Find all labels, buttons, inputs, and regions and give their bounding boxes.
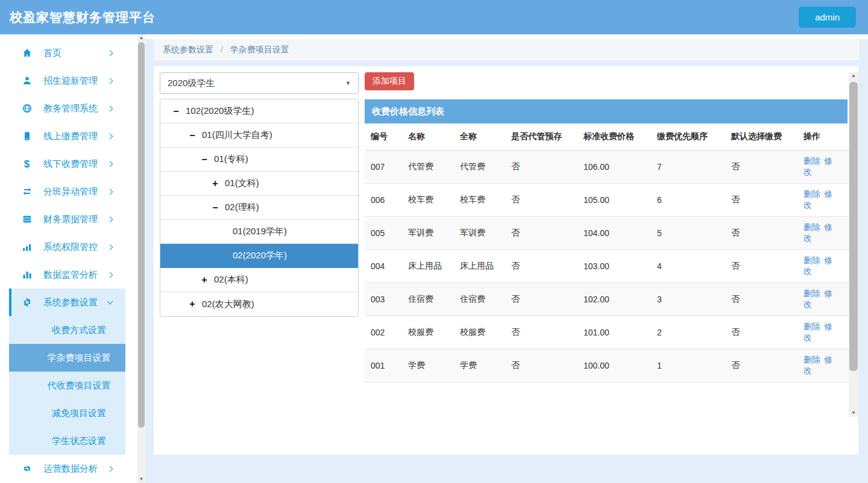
table-cell: 106.00 bbox=[577, 151, 651, 184]
admin-user-button[interactable]: admin bbox=[799, 7, 856, 28]
collapse-minus-icon[interactable]: − bbox=[171, 107, 181, 116]
tree-node-01(2019学年)[interactable]: 01(2019学年) bbox=[160, 220, 358, 244]
table-cell: 否 bbox=[725, 283, 797, 316]
table-cell: 学费 bbox=[402, 349, 454, 382]
sidebar-scrollbar[interactable]: ▲ ▼ bbox=[137, 34, 145, 483]
table-cell: 否 bbox=[505, 217, 577, 250]
table-cell: 校车费 bbox=[402, 184, 454, 217]
column-header: 全称 bbox=[454, 123, 505, 151]
delete-link[interactable]: 删除 bbox=[804, 288, 820, 298]
table-cell: 002 bbox=[365, 316, 402, 349]
chevron-right-icon bbox=[107, 50, 113, 56]
grade-select[interactable]: 2020级学生 ▼ bbox=[160, 72, 359, 94]
sidebar-subitem-代收费项目设置[interactable]: 代收费项目设置 bbox=[9, 372, 125, 399]
signal-icon bbox=[22, 242, 32, 252]
chevron-right-icon bbox=[107, 133, 113, 139]
delete-link[interactable]: 删除 bbox=[804, 255, 820, 265]
sidebar-item-label: 招生迎新管理 bbox=[43, 75, 98, 87]
chevron-right-icon bbox=[107, 466, 113, 472]
tree-node-label: 102(2020级学生) bbox=[186, 105, 254, 117]
sidebar-subitem-学生状态设置[interactable]: 学生状态设置 bbox=[9, 427, 125, 455]
table-scrollbar-thumb[interactable] bbox=[849, 82, 858, 371]
tree-node-01(专科)[interactable]: −01(专科) bbox=[160, 148, 358, 172]
column-header: 标准收费价格 bbox=[577, 123, 651, 151]
tree-node-label: 01(四川大学自考) bbox=[202, 129, 272, 141]
content-panel: 2020级学生 ▼ −102(2020级学生)−01(四川大学自考)−01(专科… bbox=[154, 66, 858, 455]
table-row: 005军训费军训费否104.005否删除修改 bbox=[365, 217, 849, 250]
sidebar-item-财务票据管理[interactable]: 财务票据管理 bbox=[0, 205, 137, 233]
tree-node-01(四川大学自考)[interactable]: −01(四川大学自考) bbox=[160, 123, 358, 148]
table-cell: 102.00 bbox=[577, 283, 651, 316]
sidebar-item-线上缴费管理[interactable]: 线上缴费管理 bbox=[0, 122, 137, 150]
sidebar-item-系统参数设置[interactable]: 系统参数设置 bbox=[9, 288, 125, 316]
sidebar-item-首页[interactable]: 首页 bbox=[0, 39, 137, 67]
sidebar-subitem-收费方式设置[interactable]: 收费方式设置 bbox=[9, 316, 125, 344]
delete-link[interactable]: 删除 bbox=[804, 322, 820, 331]
tree-node-02(2020学年)[interactable]: 02(2020学年) bbox=[160, 244, 358, 268]
row-actions: 删除修改 bbox=[797, 250, 849, 283]
table-cell: 学费 bbox=[454, 349, 505, 382]
table-cell: 3 bbox=[651, 283, 725, 316]
chevron-right-icon bbox=[107, 78, 113, 84]
tree-node-102(2020级学生)[interactable]: −102(2020级学生) bbox=[160, 99, 358, 123]
sidebar-scrollbar-thumb[interactable] bbox=[138, 42, 145, 428]
expand-plus-icon[interactable]: + bbox=[187, 299, 197, 309]
table-cell: 100.00 bbox=[577, 349, 651, 382]
table-cell: 否 bbox=[505, 349, 577, 382]
user-icon bbox=[22, 76, 32, 86]
scroll-down-icon[interactable]: ▼ bbox=[137, 476, 145, 483]
column-header: 是否代管预存 bbox=[505, 123, 577, 151]
home-icon bbox=[22, 48, 32, 58]
collapse-minus-icon[interactable]: − bbox=[187, 131, 197, 140]
sidebar-subitem-减免项目设置[interactable]: 减免项目设置 bbox=[9, 399, 125, 427]
sidebar-item-线下收费管理[interactable]: $线下收费管理 bbox=[0, 150, 137, 178]
breadcrumb-current[interactable]: 学杂费项目设置 bbox=[230, 45, 289, 54]
delete-link[interactable]: 删除 bbox=[804, 222, 820, 232]
tree-node-02(农大网教)[interactable]: +02(农大网教) bbox=[160, 292, 358, 316]
table-cell: 校服费 bbox=[454, 316, 505, 349]
table-scrollbar[interactable]: ▲ ▼ bbox=[849, 72, 858, 417]
column-header: 默认选择缴费 bbox=[725, 123, 797, 151]
collapse-minus-icon[interactable]: − bbox=[200, 155, 209, 164]
sidebar-item-label: 数据监管分析 bbox=[43, 269, 98, 281]
add-item-button[interactable]: 添加项目 bbox=[365, 72, 414, 90]
sidebar-item-招生迎新管理[interactable]: 招生迎新管理 bbox=[0, 67, 137, 95]
table-cell: 代管费 bbox=[402, 151, 454, 184]
chevron-right-icon bbox=[107, 216, 113, 222]
sidebar-item-分班异动管理[interactable]: 分班异动管理 bbox=[0, 178, 137, 205]
table-cell: 5 bbox=[651, 217, 725, 250]
tree-node-label: 02(农大网教) bbox=[202, 299, 254, 310]
delete-link[interactable]: 删除 bbox=[804, 189, 820, 199]
scroll-up-icon[interactable]: ▲ bbox=[849, 72, 858, 79]
sidebar-subitem-学杂费项目设置[interactable]: 学杂费项目设置 bbox=[9, 344, 125, 372]
table-row: 007代管费代管费否106.007否删除修改 bbox=[365, 151, 849, 184]
table-cell: 4 bbox=[651, 250, 725, 283]
sidebar-item-教务管理系统[interactable]: 教务管理系统 bbox=[0, 95, 137, 122]
expand-plus-icon[interactable]: + bbox=[210, 179, 220, 189]
sidebar-item-运营数据分析[interactable]: 运营数据分析 bbox=[0, 455, 137, 482]
tree-node-02(理科)[interactable]: −02(理科) bbox=[160, 196, 358, 220]
tree-node-02(本科)[interactable]: +02(本科) bbox=[160, 268, 358, 292]
breadcrumb-parent[interactable]: 系统参数设置 bbox=[163, 45, 213, 54]
table-cell: 104.00 bbox=[577, 217, 651, 250]
scroll-up-icon[interactable]: ▲ bbox=[137, 34, 145, 42]
sidebar-item-label: 线下收费管理 bbox=[43, 158, 98, 170]
collapse-minus-icon[interactable]: − bbox=[210, 203, 220, 213]
row-actions: 删除修改 bbox=[797, 151, 849, 184]
app-title: 校盈家智慧财务管理平台 bbox=[10, 9, 156, 26]
delete-link[interactable]: 删除 bbox=[804, 355, 820, 364]
delete-link[interactable]: 删除 bbox=[804, 156, 820, 166]
tree-node-01(文科)[interactable]: +01(文科) bbox=[160, 172, 358, 196]
server-icon bbox=[22, 214, 32, 225]
row-actions: 删除修改 bbox=[797, 283, 849, 316]
gear-icon bbox=[22, 298, 32, 308]
table-cell: 105.00 bbox=[577, 184, 651, 217]
sidebar-item-label: 系统参数设置 bbox=[43, 297, 98, 308]
sidebar-item-系统权限管控[interactable]: 系统权限管控 bbox=[0, 233, 137, 261]
tree-node-label: 02(本科) bbox=[214, 274, 248, 285]
expand-plus-icon[interactable]: + bbox=[200, 275, 209, 285]
phone-icon bbox=[22, 131, 32, 142]
scroll-down-icon[interactable]: ▼ bbox=[849, 410, 858, 417]
table-column: 添加项目 收费价格信息列表 编号名称全称是否代管预存标准收费价格缴费优先顺序默认… bbox=[365, 72, 848, 449]
sidebar-item-数据监管分析[interactable]: 数据监管分析 bbox=[0, 261, 137, 288]
